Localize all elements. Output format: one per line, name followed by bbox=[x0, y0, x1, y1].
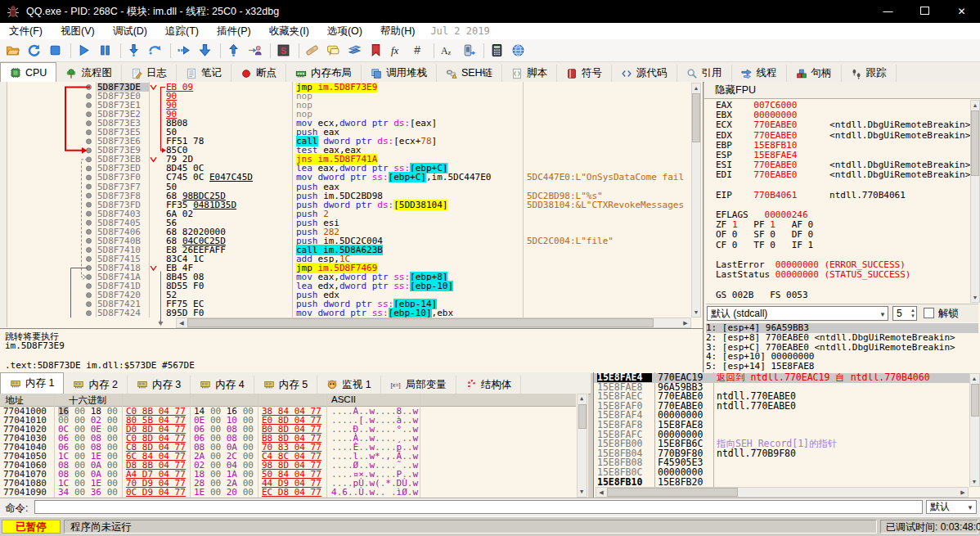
tab-局部变量[interactable]: [x=]局部变量 bbox=[381, 376, 456, 394]
tab-调用堆栈[interactable]: 调用堆栈 bbox=[362, 65, 437, 82]
animate-over-button[interactable] bbox=[175, 41, 195, 61]
dump-icon bbox=[137, 379, 148, 390]
command-profile-select[interactable]: 默认▼ bbox=[926, 500, 977, 514]
call-arg-row[interactable]: 2: [esp+8] 770EABE0 <ntdll.DbgUiRemoteBr… bbox=[706, 333, 978, 343]
register-line[interactable]: EIP 770B4061 ntdll.770B4061 bbox=[716, 191, 969, 200]
tab-断点[interactable]: 断点 bbox=[232, 65, 286, 82]
dump-icon bbox=[73, 379, 84, 390]
menu-item[interactable]: 插件(P) bbox=[208, 23, 260, 40]
stack-value: 15E8FB20 bbox=[658, 478, 703, 487]
disasm-row[interactable]: 5D8F73F0C745 0C E047C45Dmov dword ptr ss… bbox=[0, 173, 691, 182]
tab-label: 断点 bbox=[256, 66, 276, 80]
tab-日志[interactable]: 日志 bbox=[122, 65, 177, 82]
menu-item[interactable]: 选项(O) bbox=[318, 23, 371, 40]
tab-监视 1[interactable]: 监视 1 bbox=[317, 376, 380, 394]
hide-fpu-button[interactable]: 隐藏FPU bbox=[704, 82, 980, 99]
dump-vscrollbar[interactable]: ▲ ▼ bbox=[577, 394, 587, 498]
tab-内存布局[interactable]: 内存布局 bbox=[286, 65, 362, 82]
tab-句柄[interactable]: 句柄 bbox=[787, 65, 842, 82]
disasm-hscrollbar[interactable]: ◀ ▶ bbox=[176, 318, 691, 328]
command-input[interactable] bbox=[34, 500, 923, 514]
tab-流程图[interactable]: 流程图 bbox=[56, 65, 122, 82]
stop-button[interactable] bbox=[47, 41, 66, 61]
unlock-checkbox[interactable] bbox=[924, 308, 934, 318]
tab-label: 笔记 bbox=[201, 66, 222, 80]
registers-vscrollbar[interactable]: ▲ ▼ bbox=[970, 100, 980, 303]
stack-row[interactable]: 15E8FB04770B9F80ntdll.770B9F80 bbox=[594, 449, 970, 459]
source-icon bbox=[621, 68, 632, 79]
register-line[interactable]: GS 002B FS 0053 bbox=[716, 291, 969, 300]
strings-button[interactable]: Az bbox=[438, 41, 458, 61]
tab-内存 1[interactable]: 内存 1 bbox=[0, 372, 64, 394]
tab-CPU[interactable]: CPU bbox=[0, 62, 56, 83]
stack-row[interactable]: 15E8FAF815E8FAE8 bbox=[594, 421, 970, 430]
menu-item[interactable]: 帮助(H) bbox=[371, 23, 424, 40]
menu-item[interactable]: 追踪(T) bbox=[156, 23, 208, 40]
globe-button[interactable] bbox=[510, 41, 529, 61]
step-into-button[interactable] bbox=[125, 41, 145, 61]
view-tab-bar: CPU流程图日志笔记断点内存布局调用堆栈SEH链脚本符号源代码引用线程句柄跟踪 bbox=[0, 62, 980, 83]
bookmarks-button[interactable] bbox=[367, 41, 387, 61]
tab-内存 5[interactable]: 内存 5 bbox=[254, 376, 317, 394]
toolbar-separator bbox=[434, 43, 434, 58]
dump-byte-group: 34 00 36 00 bbox=[58, 488, 118, 497]
call-arg-row[interactable]: 5: [esp+14] 15E8FAE8 bbox=[706, 362, 978, 372]
open-folder-button[interactable] bbox=[4, 41, 24, 61]
dump-icon bbox=[200, 379, 211, 390]
toolbar-separator bbox=[120, 43, 121, 58]
stack-row[interactable]: 15E8FB08F45905E3 bbox=[594, 458, 970, 468]
tab-内存 4[interactable]: 内存 4 bbox=[191, 376, 254, 394]
tab-符号[interactable]: 符号 bbox=[557, 65, 612, 82]
tab-内存 2[interactable]: 内存 2 bbox=[64, 376, 127, 394]
register-line[interactable]: LastStatus 00000000 (STATUS_SUCCESS) bbox=[716, 270, 969, 280]
tab-线程[interactable]: 线程 bbox=[732, 65, 787, 82]
stack-row[interactable]: 15E8FAF0770EABE0ntdll.770EABE0 bbox=[594, 402, 970, 412]
menu-item[interactable]: 收藏夹(I) bbox=[260, 23, 318, 40]
run-button[interactable] bbox=[75, 41, 95, 61]
calculator-button[interactable] bbox=[488, 41, 508, 61]
restart-button[interactable] bbox=[25, 41, 45, 61]
tab-SEH链[interactable]: SEH链 bbox=[437, 65, 502, 82]
maximize-button[interactable] bbox=[906, 0, 943, 23]
tab-内存 3[interactable]: 内存 3 bbox=[128, 376, 191, 394]
stack-row[interactable]: 15E8FAF400000000 bbox=[594, 411, 970, 421]
arg-count-stepper[interactable]: 5▲▼ bbox=[892, 306, 917, 321]
patches-button[interactable]: S bbox=[275, 41, 294, 61]
menu-item[interactable]: 调试(D) bbox=[104, 23, 156, 40]
patch-bandage-button[interactable] bbox=[303, 41, 323, 61]
trace-into-button[interactable] bbox=[196, 41, 216, 61]
disasm-vscrollbar[interactable]: ▲ ▼ bbox=[691, 83, 701, 318]
switch-user-button[interactable] bbox=[246, 41, 266, 61]
stack-hscrollbar[interactable]: ◀ ▶ bbox=[596, 487, 969, 498]
functions-button[interactable]: fx bbox=[389, 41, 408, 61]
control-flow-button[interactable]: # bbox=[410, 41, 429, 61]
tab-笔记[interactable]: 笔记 bbox=[177, 65, 232, 82]
register-line[interactable]: EDI 770EABE0 <ntdll.DbgUiRemoteBreakin> bbox=[716, 170, 969, 180]
execute-till-return-button[interactable] bbox=[225, 41, 245, 61]
tab-引用[interactable]: 引用 bbox=[677, 65, 732, 82]
breakpoints-icon bbox=[241, 68, 252, 79]
tab-结构体[interactable]: 结构体 bbox=[456, 376, 522, 394]
tab-脚本[interactable]: 脚本 bbox=[502, 65, 557, 82]
close-button[interactable]: ✕ bbox=[943, 0, 980, 23]
tab-源代码[interactable]: 源代码 bbox=[612, 65, 677, 82]
stack-vscrollbar[interactable]: ▲ ▼ bbox=[969, 373, 980, 487]
dump-row[interactable]: 7704109034 00 36 000C D9 04 771E 00 20 0… bbox=[0, 488, 576, 497]
minimize-button[interactable]: — bbox=[870, 0, 906, 23]
dump-icon bbox=[10, 378, 21, 390]
labels-button[interactable] bbox=[346, 41, 366, 61]
calling-convention-select[interactable]: 默认 (stdcall)▼ bbox=[707, 306, 888, 321]
comments-button[interactable] bbox=[325, 41, 344, 61]
menu-item[interactable]: 视图(V) bbox=[52, 23, 104, 40]
register-line[interactable]: CF 0 TF 0 IF 1 bbox=[716, 241, 969, 250]
stack-row[interactable]: 15E8FB1015E8FB20 bbox=[594, 478, 970, 487]
tab-跟踪[interactable]: 跟踪 bbox=[842, 65, 897, 82]
disasm-row[interactable]: 5D8F7424895D F0mov dword ptr ss:[ebp-10]… bbox=[0, 309, 691, 318]
pause-button[interactable] bbox=[97, 41, 116, 61]
menu-item[interactable]: 文件(F) bbox=[0, 23, 52, 40]
call-sequence-button[interactable] bbox=[460, 41, 479, 61]
stack-row[interactable]: 15E8FAE4770EAC19返回到 ntdll.770EAC19 自 ntd… bbox=[594, 373, 970, 383]
disasm-row[interactable]: 5D8F73FDFF35 0481D35Dpush dword ptr ds:[… bbox=[0, 200, 691, 209]
step-over-button[interactable] bbox=[146, 41, 166, 61]
stack-row[interactable]: 15E8FB0C00000000 bbox=[594, 468, 970, 478]
